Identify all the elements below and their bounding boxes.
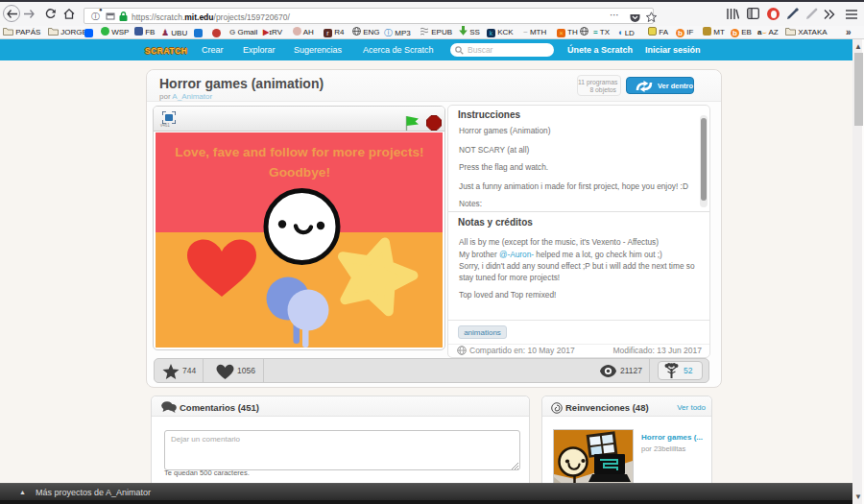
svg-text:Goodbye!: Goodbye!: [269, 165, 330, 180]
svg-text:Love, fave and follow for more: Love, fave and follow for more projects!: [175, 145, 423, 159]
